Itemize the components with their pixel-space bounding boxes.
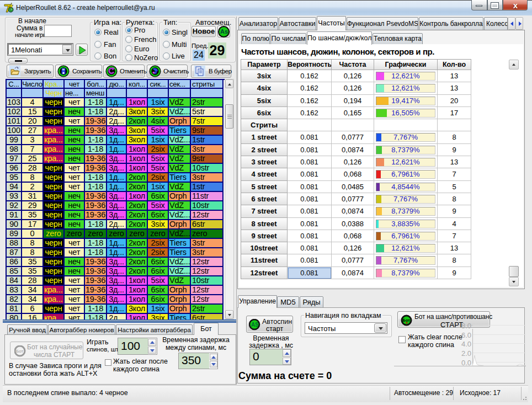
svg-text:Бот: Бот <box>16 349 24 354</box>
svg-text:Бот: Бот <box>403 318 411 323</box>
svg-text:AS: AS <box>251 322 259 328</box>
